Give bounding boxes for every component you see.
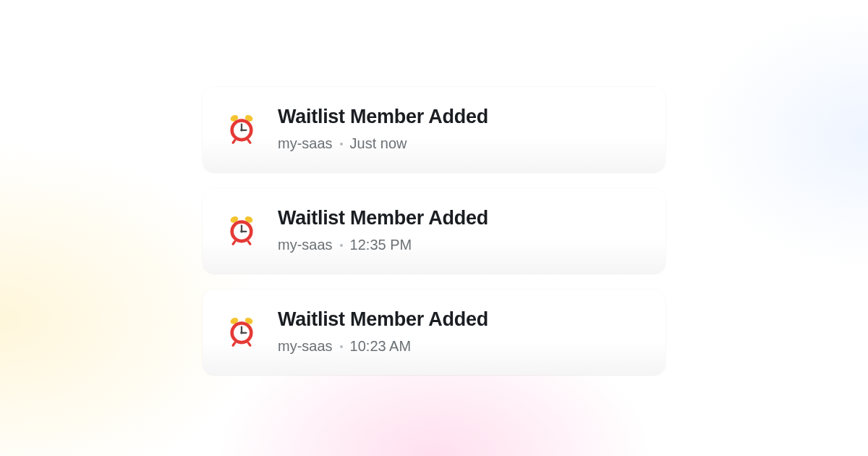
notifications-list: Waitlist Member Added my-saas Just now: [203, 87, 665, 375]
alarm-clock-icon: [224, 213, 259, 248]
notification-source: my-saas: [278, 237, 333, 253]
notification-card[interactable]: Waitlist Member Added my-saas 10:23 AM: [203, 290, 665, 375]
notification-title: Waitlist Member Added: [278, 308, 644, 331]
svg-line-8: [248, 140, 250, 143]
svg-point-24: [240, 332, 243, 334]
separator-dot: [340, 244, 343, 247]
notification-content: Waitlist Member Added my-saas 10:23 AM: [278, 308, 644, 355]
alarm-clock-icon: [224, 111, 259, 146]
notification-card[interactable]: Waitlist Member Added my-saas 12:35 PM: [203, 188, 665, 274]
separator-dot: [340, 345, 343, 348]
svg-point-6: [240, 129, 243, 132]
svg-line-25: [233, 343, 235, 346]
notification-source: my-saas: [278, 338, 333, 355]
alarm-clock-icon: [224, 314, 259, 349]
svg-line-17: [248, 242, 250, 245]
svg-line-26: [248, 343, 250, 346]
notification-time: Just now: [350, 135, 407, 152]
separator-dot: [340, 143, 343, 145]
notification-card[interactable]: Waitlist Member Added my-saas Just now: [203, 87, 665, 172]
notification-title: Waitlist Member Added: [278, 207, 644, 229]
notification-content: Waitlist Member Added my-saas 12:35 PM: [278, 207, 644, 253]
notification-time: 12:35 PM: [350, 237, 412, 253]
notification-time: 10:23 AM: [350, 338, 412, 355]
notification-meta: my-saas Just now: [278, 135, 644, 152]
notification-content: Waitlist Member Added my-saas Just now: [278, 106, 644, 152]
svg-line-16: [233, 242, 235, 245]
svg-line-7: [233, 140, 235, 143]
notification-title: Waitlist Member Added: [278, 106, 644, 128]
notification-meta: my-saas 10:23 AM: [278, 338, 644, 355]
notification-source: my-saas: [278, 135, 333, 152]
svg-point-15: [240, 230, 243, 233]
notification-meta: my-saas 12:35 PM: [278, 237, 644, 253]
